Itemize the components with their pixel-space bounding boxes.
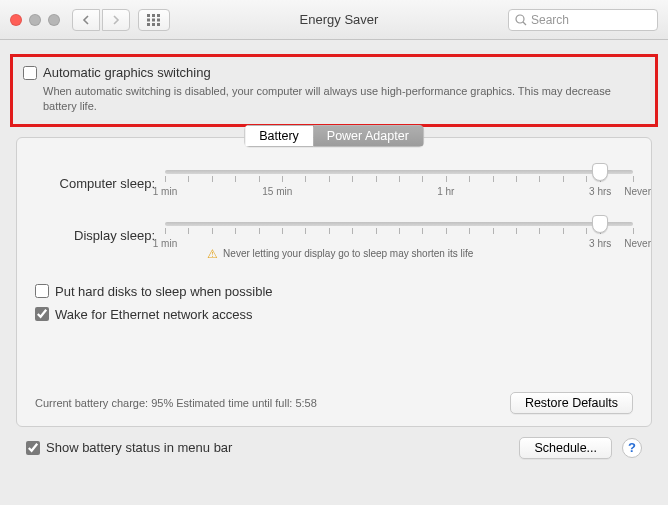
footer-right: Schedule... ?	[519, 437, 642, 459]
tab-battery[interactable]: Battery	[244, 125, 313, 147]
panel-options: Put hard disks to sleep when possible Wa…	[35, 284, 633, 322]
minimize-icon[interactable]	[29, 14, 41, 26]
graphics-switching-checkbox-row[interactable]: Automatic graphics switching	[23, 65, 645, 80]
svg-rect-7	[152, 23, 155, 26]
close-icon[interactable]	[10, 14, 22, 26]
search-placeholder: Search	[531, 13, 569, 27]
graphics-switching-label: Automatic graphics switching	[43, 65, 211, 80]
svg-rect-6	[147, 23, 150, 26]
display-sleep-warning: ⚠ Never letting your display go to sleep…	[207, 247, 473, 261]
svg-rect-0	[147, 14, 150, 17]
hd-sleep-label: Put hard disks to sleep when possible	[55, 284, 273, 299]
menu-bar-status-label: Show battery status in menu bar	[46, 440, 232, 455]
display-sleep-thumb[interactable]	[592, 215, 608, 233]
grid-icon	[147, 14, 161, 26]
battery-status-text: Current battery charge: 95% Estimated ti…	[35, 397, 317, 409]
display-sleep-warning-text: Never letting your display go to sleep m…	[223, 248, 473, 259]
graphics-switching-highlight: Automatic graphics switching When automa…	[10, 54, 658, 127]
computer-sleep-slider[interactable]: 1 min 15 min 1 hr 3 hrs Never	[165, 168, 633, 200]
tab-power-adapter[interactable]: Power Adapter	[313, 125, 424, 147]
help-button[interactable]: ?	[622, 438, 642, 458]
svg-rect-2	[157, 14, 160, 17]
computer-sleep-row: Computer sleep: 1 min 15 min 1 hr 3 hrs …	[35, 168, 633, 200]
warning-icon: ⚠	[207, 247, 218, 261]
computer-sleep-label: Computer sleep:	[35, 176, 155, 191]
svg-rect-1	[152, 14, 155, 17]
chevron-right-icon	[112, 15, 120, 25]
hd-sleep-row[interactable]: Put hard disks to sleep when possible	[35, 284, 633, 299]
menu-bar-status-checkbox[interactable]	[26, 441, 40, 455]
status-row: Current battery charge: 95% Estimated ti…	[35, 392, 633, 414]
display-sleep-row: Display sleep: 1 min 3 hrs Never ⚠ Never…	[35, 220, 633, 252]
settings-panel: Computer sleep: 1 min 15 min 1 hr 3 hrs …	[16, 137, 652, 427]
wake-ethernet-label: Wake for Ethernet network access	[55, 307, 253, 322]
zoom-icon[interactable]	[48, 14, 60, 26]
wake-ethernet-checkbox[interactable]	[35, 307, 49, 321]
graphics-switching-description: When automatic switching is disabled, yo…	[43, 84, 645, 114]
svg-rect-3	[147, 18, 150, 21]
footer: Show battery status in menu bar Schedule…	[10, 427, 658, 459]
wake-ethernet-row[interactable]: Wake for Ethernet network access	[35, 307, 633, 322]
display-sleep-slider[interactable]: 1 min 3 hrs Never ⚠ Never letting your d…	[165, 220, 633, 252]
forward-button[interactable]	[102, 9, 130, 31]
svg-point-9	[516, 15, 524, 23]
menu-bar-status-row[interactable]: Show battery status in menu bar	[26, 440, 232, 455]
window-title: Energy Saver	[178, 12, 500, 27]
hd-sleep-checkbox[interactable]	[35, 284, 49, 298]
svg-rect-4	[152, 18, 155, 21]
display-sleep-label: Display sleep:	[35, 228, 155, 243]
computer-sleep-ticklabels: 1 min 15 min 1 hr 3 hrs Never	[165, 186, 633, 200]
svg-rect-5	[157, 18, 160, 21]
chevron-left-icon	[82, 15, 90, 25]
search-icon	[515, 14, 527, 26]
restore-defaults-button[interactable]: Restore Defaults	[510, 392, 633, 414]
computer-sleep-thumb[interactable]	[592, 163, 608, 181]
back-button[interactable]	[72, 9, 100, 31]
show-all-button[interactable]	[138, 9, 170, 31]
graphics-switching-checkbox[interactable]	[23, 66, 37, 80]
svg-line-10	[523, 22, 526, 25]
svg-rect-8	[157, 23, 160, 26]
content-area: Automatic graphics switching When automa…	[0, 40, 668, 467]
schedule-button[interactable]: Schedule...	[519, 437, 612, 459]
titlebar: Energy Saver Search	[0, 0, 668, 40]
nav-buttons	[72, 9, 130, 31]
traffic-lights	[10, 14, 64, 26]
power-source-tabs: Battery Power Adapter	[244, 125, 424, 147]
search-input[interactable]: Search	[508, 9, 658, 31]
